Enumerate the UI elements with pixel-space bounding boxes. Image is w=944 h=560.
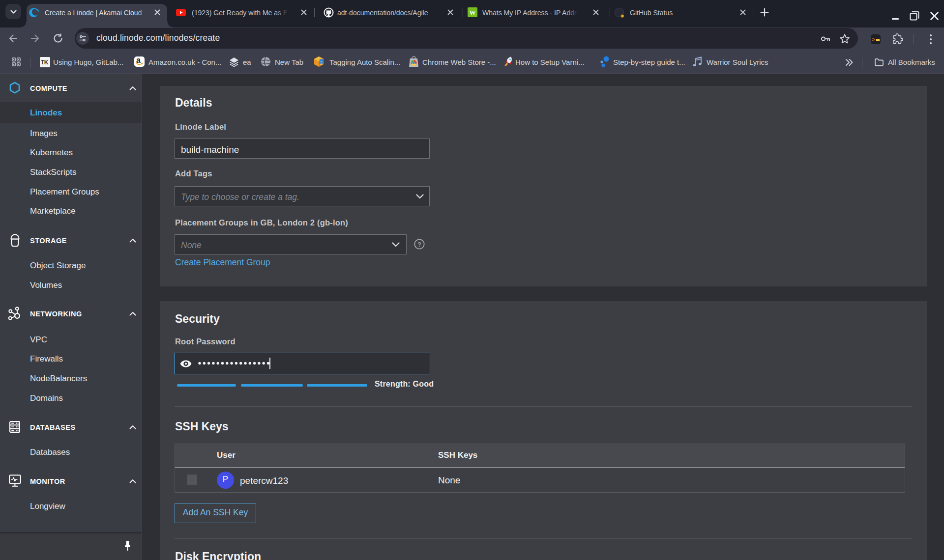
svg-text:?: ? xyxy=(417,241,421,248)
svg-text:W: W xyxy=(470,9,476,16)
